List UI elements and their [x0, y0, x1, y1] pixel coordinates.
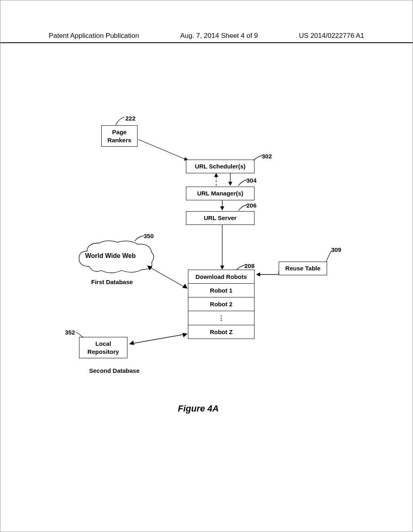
url-server-box: URL Server	[186, 211, 254, 225]
figure-diagram: Page Rankers 222 URL Scheduler(s) 302 UR…	[53, 109, 360, 443]
ref-local-repository: 352	[65, 329, 75, 336]
svg-marker-9	[220, 266, 224, 270]
second-database-label: Second Database	[89, 367, 140, 374]
header-left: Patent Application Publication	[49, 32, 139, 40]
arrow-www-robots	[146, 264, 190, 292]
ref-page-rankers: 222	[125, 115, 136, 122]
svg-marker-17	[129, 341, 134, 345]
svg-line-16	[131, 334, 186, 344]
robot-z-cell: Robot Z	[188, 325, 254, 339]
arrow-reuse-to-robots	[254, 270, 280, 278]
patent-header: Patent Application Publication Aug. 7, 2…	[0, 32, 413, 43]
leader-reuse-table	[325, 249, 333, 263]
svg-marker-5	[214, 173, 218, 177]
leader-local-repository	[75, 331, 85, 339]
svg-marker-18	[182, 333, 188, 337]
svg-marker-7	[220, 206, 224, 210]
arrow-rankers-to-scheduler	[138, 137, 194, 166]
leader-url-server	[237, 204, 248, 212]
first-database-label: First Database	[91, 278, 133, 285]
local-repository-box: Local Repository	[79, 337, 127, 358]
svg-line-0	[138, 139, 189, 161]
header-center: Aug. 7, 2014 Sheet 4 of 9	[180, 32, 258, 40]
leader-www	[133, 235, 146, 242]
robot-2-cell: Robot 2	[188, 297, 254, 311]
download-robots-stack: Download Robots Robot 1 Robot 2 ⋮ Robot …	[188, 270, 254, 339]
url-managers-box: URL Manager(s)	[186, 187, 254, 200]
leader-page-rankers	[115, 115, 127, 127]
svg-marker-12	[256, 272, 260, 276]
url-schedulers-box: URL Scheduler(s)	[186, 160, 254, 173]
arrow-manager-to-scheduler	[212, 172, 220, 188]
svg-marker-14	[147, 266, 152, 270]
robot-1-cell: Robot 1	[188, 283, 254, 297]
figure-caption: Figure 4A	[178, 403, 219, 414]
arrow-manager-to-server	[218, 199, 226, 213]
svg-line-13	[149, 267, 186, 288]
arrow-server-to-robots	[218, 224, 226, 272]
robot-dots-cell: ⋮	[188, 311, 254, 325]
leader-download-robots	[235, 264, 246, 272]
leader-url-managers	[237, 179, 248, 187]
header-right: US 2014/0222776 A1	[299, 32, 364, 40]
arrow-localrepo-robots	[127, 331, 190, 347]
leader-url-schedulers	[252, 154, 264, 162]
page-rankers-box: Page Rankers	[101, 125, 138, 147]
arrow-scheduler-to-manager	[226, 172, 234, 188]
reuse-table-box: Reuse Table	[279, 262, 327, 275]
world-wide-web-label: World Wide Web	[85, 252, 136, 260]
svg-marker-3	[228, 182, 232, 186]
